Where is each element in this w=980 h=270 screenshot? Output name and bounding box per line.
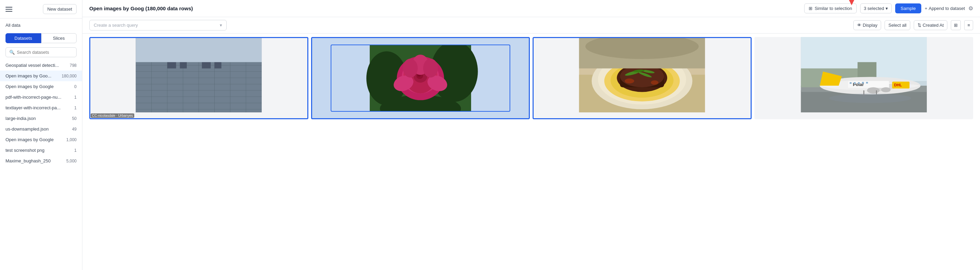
view-list-button[interactable]: ≡ <box>964 20 973 30</box>
search-query-placeholder: Create a search query <box>94 23 138 28</box>
tab-bar: Datasets Slices <box>0 32 82 44</box>
main-header: Open images by Goog (180,000 data rows) … <box>83 0 980 17</box>
image-cell-4[interactable]: Polar DHL <box>754 37 974 119</box>
search-icon: 🔍 <box>9 50 15 55</box>
image-grid: CC-nicolasdale · Urbanyes <box>83 33 980 270</box>
dataset-list: Geospatial vessel detecti... 798 Open im… <box>0 60 82 270</box>
list-item[interactable]: Open images by Google 0 <box>0 81 82 92</box>
filter-icon: ⇅ <box>918 23 921 28</box>
image-cell-2[interactable] <box>311 37 530 119</box>
list-item[interactable]: us-downsampled.json 49 <box>0 124 82 134</box>
svg-point-57 <box>651 81 658 85</box>
chevron-down-icon: ▾ <box>886 6 888 11</box>
page-title: Open images by Goog (180,000 data rows) <box>89 5 193 11</box>
append-label: Append to dataset <box>929 6 965 11</box>
svg-point-41 <box>403 58 418 77</box>
svg-rect-25 <box>136 37 262 62</box>
svg-rect-77 <box>866 82 868 84</box>
dropdown-icon: ▾ <box>220 23 222 28</box>
svg-rect-73 <box>850 82 851 84</box>
similar-label: Similar to selection <box>815 6 852 11</box>
list-item[interactable]: textlayer-with-incorrect-pa... 1 <box>0 103 82 113</box>
list-item[interactable]: Geospatial vessel detecti... 798 <box>0 60 82 71</box>
sample-button[interactable]: Sample <box>895 3 921 13</box>
eye-icon: 👁 <box>857 23 862 28</box>
svg-point-42 <box>423 58 438 77</box>
list-item[interactable]: Open images by Goo... 180,000 <box>0 71 82 81</box>
sidebar-header: New dataset <box>0 0 82 19</box>
dataset-search-box[interactable]: 🔍 <box>5 47 76 57</box>
display-label: Display <box>863 23 878 28</box>
list-item[interactable]: Maxime_bughash_250 5,000 <box>0 156 82 166</box>
svg-rect-74 <box>854 82 856 84</box>
svg-point-71 <box>867 87 880 93</box>
list-item[interactable]: Open images by Google 1,000 <box>0 134 82 145</box>
gear-icon: ⚙ <box>968 5 973 11</box>
arrow-indicator: ▼ <box>847 0 856 7</box>
list-item[interactable]: pdf-with-incorrect-page-nu... 1 <box>0 92 82 103</box>
toolbar: Create a search query ▾ 👁 Display Select… <box>83 17 980 33</box>
tab-slices[interactable]: Slices <box>41 33 77 43</box>
search-query-input[interactable]: Create a search query ▾ <box>89 20 227 30</box>
main-content: Open images by Goog (180,000 data rows) … <box>83 0 980 270</box>
image-label-1: CC-nicolasdale · Urbanyes <box>91 114 134 118</box>
svg-point-56 <box>625 79 634 84</box>
sidebar: New dataset All data Datasets Slices 🔍 G… <box>0 0 83 270</box>
new-dataset-button[interactable]: New dataset <box>43 4 76 14</box>
plus-icon: + <box>925 6 928 11</box>
tab-datasets[interactable]: Datasets <box>5 33 41 43</box>
view-grid-button[interactable]: ⊞ <box>951 20 961 30</box>
select-all-button[interactable]: Select all <box>885 20 910 30</box>
svg-point-72 <box>881 87 891 93</box>
list-item[interactable]: test screenshot png 1 <box>0 145 82 156</box>
append-to-dataset-button[interactable]: + Append to dataset <box>925 6 965 11</box>
list-icon: ≡ <box>967 23 970 28</box>
settings-button[interactable]: ⚙ <box>968 5 973 12</box>
svg-rect-76 <box>862 82 864 84</box>
all-data-label: All data <box>0 19 82 32</box>
list-item[interactable]: large-india.json 50 <box>0 113 82 124</box>
svg-rect-75 <box>858 82 860 84</box>
dataset-search-input[interactable] <box>17 50 73 55</box>
created-at-button[interactable]: ⇅ Created At <box>914 20 947 30</box>
image-cell-1[interactable]: CC-nicolasdale · Urbanyes <box>89 37 309 119</box>
display-button[interactable]: 👁 Display <box>853 20 881 30</box>
svg-point-81 <box>829 93 911 103</box>
header-right: ⊞ Similar to selection 3 selected ▾ Samp… <box>804 3 973 13</box>
created-at-label: Created At <box>923 23 943 28</box>
svg-text:DHL: DHL <box>894 83 902 87</box>
similar-icon: ⊞ <box>809 6 813 11</box>
selected-count-label: 3 selected <box>864 6 884 11</box>
hamburger-icon[interactable] <box>5 6 12 13</box>
image-cell-3[interactable] <box>533 37 752 119</box>
grid-icon: ⊞ <box>954 23 958 28</box>
selected-count-badge[interactable]: 3 selected ▾ <box>860 3 892 13</box>
